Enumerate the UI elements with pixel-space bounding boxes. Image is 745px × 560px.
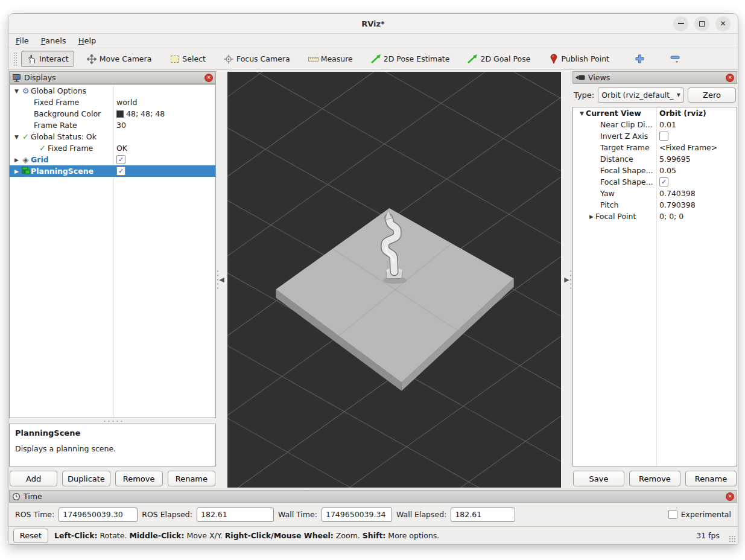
- expand-arrow-icon[interactable]: ▶: [13, 168, 21, 174]
- tree-row-frame-rate[interactable]: Frame Rate 30: [10, 119, 215, 131]
- collapse-right-icon[interactable]: ▶: [564, 276, 569, 283]
- yaw-value[interactable]: 0.740398: [659, 189, 696, 198]
- tool-move-camera-button[interactable]: Move Camera: [81, 51, 157, 67]
- toolbar-drag-handle[interactable]: [13, 52, 17, 66]
- expand-arrow-icon[interactable]: ▶: [588, 214, 595, 220]
- tree-row-global-status[interactable]: ▼✓Global Status: Ok: [10, 131, 215, 142]
- expand-arrow-icon[interactable]: ▶: [13, 157, 21, 163]
- remove-view-button[interactable]: Remove: [629, 471, 680, 486]
- distance-value[interactable]: 5.99695: [659, 154, 691, 164]
- toolbar: Interact Move Camera Select Focus Camera: [8, 48, 738, 70]
- tree-row-planning-scene[interactable]: ▶PlanningScene ✓: [10, 165, 215, 177]
- ruler-icon: [308, 54, 319, 64]
- experimental-label: Experimental: [681, 510, 731, 519]
- view-type-dropdown[interactable]: Orbit (rviz_default_ ▼: [598, 88, 684, 103]
- wall-elapsed-input[interactable]: [451, 508, 515, 522]
- background-color-value[interactable]: 48; 48; 48: [126, 109, 165, 118]
- hand-cursor-icon: [27, 54, 37, 64]
- expand-arrow-icon[interactable]: ▼: [578, 110, 586, 116]
- tool-2d-pose-estimate-button[interactable]: 2D Pose Estimate: [366, 51, 455, 67]
- add-tool-button[interactable]: [629, 51, 650, 67]
- tool-publish-point-button[interactable]: Publish Point: [543, 51, 615, 67]
- tree-row-focal-shape-fixed[interactable]: Focal Shape... ✓: [573, 176, 737, 188]
- close-icon: ✕: [720, 19, 726, 28]
- focal-shape-size-value[interactable]: 0.05: [659, 166, 676, 175]
- duplicate-button[interactable]: Duplicate: [62, 471, 110, 486]
- tree-row-invert-z[interactable]: Invert Z Axis: [573, 130, 737, 142]
- right-splitter[interactable]: ▶: [561, 71, 572, 488]
- tree-row-background-color[interactable]: Background Color 48; 48; 48: [10, 108, 215, 119]
- tree-row-focal-point[interactable]: ▶Focal Point 0; 0; 0: [573, 211, 737, 222]
- menu-panels[interactable]: Panels: [41, 36, 66, 45]
- tree-row-grid[interactable]: ▶◈Grid ✓: [10, 154, 215, 165]
- views-panel-header[interactable]: Views ✕: [572, 71, 737, 84]
- ros-elapsed-input[interactable]: [197, 508, 274, 522]
- rename-view-button[interactable]: Rename: [685, 471, 737, 486]
- displays-icon: [12, 74, 21, 82]
- tool-measure-button[interactable]: Measure: [303, 51, 358, 67]
- time-panel-header[interactable]: Time ✕: [9, 490, 737, 503]
- tool-label: 2D Pose Estimate: [384, 54, 450, 63]
- reset-button[interactable]: Reset: [13, 529, 48, 543]
- zero-button[interactable]: Zero: [688, 88, 736, 103]
- invert-z-checkbox[interactable]: [659, 132, 668, 141]
- expand-arrow-icon[interactable]: ▼: [13, 88, 21, 94]
- main-area: Displays ✕ ▼⚙Global Options Fixed Frame …: [8, 70, 738, 489]
- tree-row-current-view[interactable]: ▼Current View Orbit (rviz): [573, 107, 737, 119]
- tree-row-yaw[interactable]: Yaw 0.740398: [573, 188, 737, 199]
- maximize-button[interactable]: [694, 16, 709, 31]
- 3d-viewport[interactable]: [227, 72, 561, 488]
- time-close-button[interactable]: ✕: [726, 492, 734, 501]
- left-splitter[interactable]: ◀: [216, 71, 227, 488]
- fixed-frame-value[interactable]: world: [116, 98, 137, 107]
- pitch-value[interactable]: 0.790398: [659, 200, 696, 209]
- tree-row-pitch[interactable]: Pitch 0.790398: [573, 199, 737, 211]
- views-close-button[interactable]: ✕: [726, 74, 734, 82]
- 3d-scene: [227, 72, 561, 488]
- focal-shape-fixed-checkbox[interactable]: ✓: [659, 177, 668, 186]
- remove-tool-button[interactable]: [665, 51, 686, 67]
- grid-enabled-checkbox[interactable]: ✓: [116, 155, 125, 164]
- rename-button[interactable]: Rename: [168, 471, 215, 486]
- displays-horizontal-splitter[interactable]: [9, 418, 216, 424]
- focal-point-value[interactable]: 0; 0; 0: [659, 212, 683, 221]
- tree-row-fixed-frame[interactable]: Fixed Frame world: [10, 97, 215, 108]
- clock-icon: [12, 492, 21, 501]
- tree-row-distance[interactable]: Distance 5.99695: [573, 153, 737, 165]
- minimize-button[interactable]: [673, 16, 688, 31]
- planning-scene-enabled-checkbox[interactable]: ✓: [116, 167, 125, 176]
- tool-label: Measure: [321, 54, 353, 63]
- experimental-checkbox[interactable]: [668, 510, 677, 519]
- wall-time-input[interactable]: [322, 508, 392, 522]
- tree-row-focal-shape-size[interactable]: Focal Shape... 0.05: [573, 165, 737, 176]
- tree-row-fixed-frame-status[interactable]: ✓Fixed Frame OK: [10, 142, 215, 154]
- save-button[interactable]: Save: [573, 471, 624, 486]
- time-panel: Time ✕ ROS Time: ROS Elapsed: Wall Time:…: [9, 490, 737, 526]
- tool-focus-camera-button[interactable]: Focus Camera: [218, 51, 296, 67]
- title-bar[interactable]: RViz* ✕: [8, 14, 738, 34]
- color-swatch: [116, 110, 124, 118]
- remove-button[interactable]: Remove: [115, 471, 163, 486]
- gear-icon: ⚙: [21, 87, 31, 95]
- tree-row-global-options[interactable]: ▼⚙Global Options: [10, 85, 215, 97]
- close-button[interactable]: ✕: [715, 16, 731, 31]
- add-button[interactable]: Add: [10, 471, 57, 486]
- displays-close-button[interactable]: ✕: [204, 74, 213, 82]
- crosshair-icon: [224, 54, 234, 64]
- frame-rate-value[interactable]: 30: [116, 121, 126, 130]
- resize-grip[interactable]: [729, 535, 736, 542]
- ros-time-input[interactable]: [59, 508, 138, 522]
- displays-panel-header[interactable]: Displays ✕: [9, 71, 216, 84]
- tree-row-near-clip[interactable]: Near Clip Di... 0.01: [573, 119, 737, 130]
- collapse-left-icon[interactable]: ◀: [219, 276, 224, 283]
- menu-help[interactable]: Help: [78, 36, 97, 45]
- expand-arrow-icon[interactable]: ▼: [13, 134, 21, 140]
- tool-2d-goal-pose-button[interactable]: 2D Goal Pose: [462, 51, 536, 67]
- target-frame-value[interactable]: <Fixed Frame>: [659, 143, 717, 152]
- check-icon: ✓: [37, 144, 48, 152]
- near-clip-value[interactable]: 0.01: [659, 120, 676, 129]
- tool-interact-button[interactable]: Interact: [21, 51, 74, 67]
- tool-select-button[interactable]: Select: [164, 51, 211, 67]
- tree-row-target-frame[interactable]: Target Frame <Fixed Frame>: [573, 142, 737, 153]
- menu-file[interactable]: File: [16, 36, 29, 45]
